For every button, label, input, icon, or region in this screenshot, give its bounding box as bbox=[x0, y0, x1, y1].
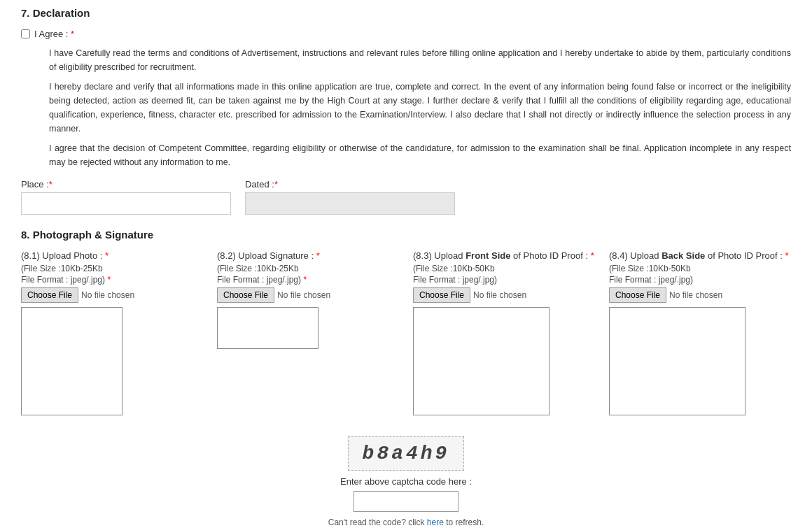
upload-row: (8.1) Upload Photo : * (File Size :10Kb-… bbox=[21, 250, 791, 415]
upload-photo-col: (8.1) Upload Photo : * (File Size :10Kb-… bbox=[21, 250, 203, 415]
upload-sig-title: (8.2) Upload Signature : * bbox=[217, 250, 399, 261]
agree-checkbox[interactable] bbox=[21, 29, 30, 38]
upload-front-no-file: No file chosen bbox=[473, 290, 526, 300]
agree-label: I Agree : * bbox=[34, 29, 74, 39]
upload-back-col: (8.4) Upload Back Side of Photo ID Proof… bbox=[609, 250, 791, 415]
upload-photo-title: (8.1) Upload Photo : * bbox=[21, 250, 203, 261]
agree-required: * bbox=[71, 29, 74, 39]
upload-sig-no-file: No file chosen bbox=[277, 290, 330, 300]
upload-sig-col: (8.2) Upload Signature : * (File Size :1… bbox=[217, 250, 399, 415]
upload-front-format: File Format : jpeg/.jpg) bbox=[413, 275, 595, 285]
dated-label: Dated :* bbox=[245, 179, 455, 190]
dated-field-group: Dated :* bbox=[245, 179, 455, 215]
upload-back-preview bbox=[609, 307, 746, 415]
captcha-input[interactable] bbox=[354, 491, 458, 512]
upload-back-format: File Format : jpeg/.jpg) bbox=[609, 275, 791, 285]
place-field-group: Place :* bbox=[21, 179, 231, 215]
upload-back-size: (File Size :10Kb-50Kb bbox=[609, 264, 791, 273]
upload-front-file-row: Choose File No file chosen bbox=[413, 287, 595, 303]
declaration-title: 7. Declaration bbox=[21, 7, 791, 19]
upload-sig-btn[interactable]: Choose File bbox=[217, 287, 274, 303]
place-dated-row: Place :* Dated :* bbox=[21, 179, 791, 215]
upload-front-btn[interactable]: Choose File bbox=[413, 287, 470, 303]
declaration-para2: I hereby declare and verify that all inf… bbox=[49, 80, 791, 136]
captcha-image: b8a4h9 bbox=[348, 436, 465, 471]
upload-sig-file-row: Choose File No file chosen bbox=[217, 287, 399, 303]
agree-row: I Agree : * bbox=[21, 29, 791, 39]
upload-front-size: (File Size :10Kb-50Kb bbox=[413, 264, 595, 273]
upload-front-title: (8.3) Upload Front Side of Photo ID Proo… bbox=[413, 250, 595, 261]
upload-photo-btn[interactable]: Choose File bbox=[21, 287, 78, 303]
upload-sig-preview bbox=[217, 307, 318, 349]
upload-front-preview bbox=[413, 307, 550, 415]
upload-photo-no-file: No file chosen bbox=[81, 290, 134, 300]
captcha-section: b8a4h9 Enter above captcha code here : C… bbox=[21, 436, 791, 527]
captcha-refresh-text: Can't read the code? click here to refre… bbox=[328, 518, 484, 527]
upload-front-col: (8.3) Upload Front Side of Photo ID Proo… bbox=[413, 250, 595, 415]
upload-photo-preview bbox=[21, 307, 122, 415]
declaration-section: 7. Declaration I Agree : * I have Carefu… bbox=[21, 7, 791, 215]
captcha-label: Enter above captcha code here : bbox=[340, 476, 472, 487]
upload-back-btn[interactable]: Choose File bbox=[609, 287, 666, 303]
dated-input[interactable] bbox=[245, 192, 455, 215]
captcha-refresh-link[interactable]: here bbox=[427, 518, 444, 527]
upload-back-no-file: No file chosen bbox=[669, 290, 722, 300]
place-input[interactable] bbox=[21, 192, 231, 215]
declaration-para3: I agree that the decision of Competent C… bbox=[49, 141, 791, 169]
declaration-para1: I have Carefully read the terms and cond… bbox=[49, 46, 791, 74]
photo-sig-title: 8. Photograph & Signature bbox=[21, 229, 791, 241]
declaration-paragraphs: I have Carefully read the terms and cond… bbox=[21, 46, 791, 169]
upload-back-file-row: Choose File No file chosen bbox=[609, 287, 791, 303]
upload-back-title: (8.4) Upload Back Side of Photo ID Proof… bbox=[609, 250, 791, 261]
photo-sig-section: 8. Photograph & Signature (8.1) Upload P… bbox=[21, 229, 791, 415]
upload-photo-format: File Format : jpeg/.jpg) * bbox=[21, 275, 203, 285]
upload-photo-size: (File Size :10Kb-25Kb bbox=[21, 264, 203, 273]
upload-sig-format: File Format : jpeg/.jpg) * bbox=[217, 275, 399, 285]
upload-sig-size: (File Size :10Kb-25Kb bbox=[217, 264, 399, 273]
upload-photo-file-row: Choose File No file chosen bbox=[21, 287, 203, 303]
place-label: Place :* bbox=[21, 179, 231, 190]
